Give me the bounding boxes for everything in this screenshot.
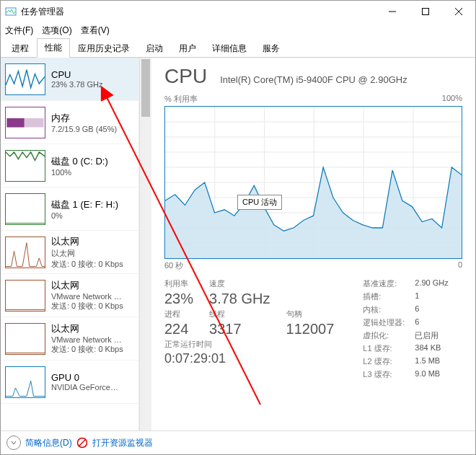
sidebar-item-7[interactable]: GPU 0 NVIDIA GeForce… <box>1 361 138 404</box>
sidebar-item-sub: 100% <box>51 168 108 177</box>
sidebar-thumb <box>5 63 45 95</box>
tab-performance[interactable]: 性能 <box>37 38 70 58</box>
sidebar-thumb <box>5 366 45 398</box>
sidebar-item-sub: NVIDIA GeForce… <box>51 383 118 392</box>
sidebar-item-sub2: 发送: 0 接收: 0 Kbps <box>51 344 123 355</box>
label-processes: 进程 <box>164 309 193 319</box>
sidebar-item-1[interactable]: 内存 7.2/15.9 GB (45%) <box>1 101 138 144</box>
main-panel: CPU Intel(R) Core(TM) i5-9400F CPU @ 2.9… <box>151 58 475 430</box>
sidebar-item-sub: VMware Network … <box>51 335 123 344</box>
cpu-model: Intel(R) Core(TM) i5-9400F CPU @ 2.90GHz <box>220 74 407 85</box>
label-virtualization: 虚拟化: <box>363 330 405 341</box>
sidebar-thumb <box>5 237 45 268</box>
sidebar-thumb <box>5 150 45 182</box>
menu-view[interactable]: 查看(V) <box>81 25 110 37</box>
label-threads: 线程 <box>209 309 270 319</box>
label-utilization: 利用率 <box>164 278 193 289</box>
page-title: CPU <box>164 65 207 88</box>
label-l2: L2 缓存: <box>363 356 405 367</box>
sidebar-item-sub: 以太网 <box>51 248 123 259</box>
stats-main: 利用率 速度 23% 3.78 GHz 进程 线程 句柄 224 3317 11… <box>164 278 334 380</box>
value-uptime: 0:07:29:01 <box>164 351 334 366</box>
svg-line-26 <box>79 440 85 446</box>
sidebar-item-4[interactable]: 以太网 以太网 发送: 0 接收: 0 Kbps <box>1 231 138 274</box>
title-bar: 任务管理器 <box>1 1 475 22</box>
sidebar-item-5[interactable]: 以太网 VMware Network … 发送: 0 接收: 0 Kbps <box>1 274 138 317</box>
close-button[interactable] <box>442 1 475 22</box>
collapse-icon[interactable] <box>6 436 21 450</box>
value-logical: 6 <box>415 317 448 328</box>
chart-xleft: 60 秒 <box>164 260 183 271</box>
chart-ylabel: % 利用率 <box>164 94 198 105</box>
svg-rect-6 <box>7 118 24 127</box>
sidebar-item-sub: 7.2/15.9 GB (45%) <box>51 125 117 133</box>
tab-app-history[interactable]: 应用历史记录 <box>70 39 138 58</box>
sidebar-item-sub2: 发送: 0 接收: 0 Kbps <box>51 301 123 312</box>
svg-rect-2 <box>423 9 429 15</box>
resource-monitor-link[interactable]: 打开资源监视器 <box>92 437 153 449</box>
value-handles: 112007 <box>286 321 335 337</box>
minimize-button[interactable] <box>376 1 409 22</box>
footer: 简略信息(D) 打开资源监视器 <box>1 430 475 454</box>
label-uptime: 正常运行时间 <box>164 339 334 350</box>
sidebar-item-title: GPU 0 <box>51 372 118 383</box>
sidebar-item-title: 内存 <box>51 112 117 125</box>
maximize-button[interactable] <box>409 1 442 22</box>
label-l1: L1 缓存: <box>363 343 405 354</box>
sidebar-item-title: CPU <box>51 69 103 80</box>
brief-info-link[interactable]: 简略信息(D) <box>25 437 72 449</box>
label-sockets: 插槽: <box>363 291 405 302</box>
sidebar-item-2[interactable]: 磁盘 0 (C: D:) 100% <box>1 144 138 187</box>
sidebar-item-0[interactable]: CPU 23% 3.78 GHz <box>1 58 138 101</box>
no-entry-icon <box>76 437 88 449</box>
value-base-speed: 2.90 GHz <box>415 278 448 289</box>
tab-details[interactable]: 详细信息 <box>204 39 255 58</box>
chart-tooltip: CPU 活动 <box>237 195 282 210</box>
sidebar: CPU 23% 3.78 GHz 内存 7.2/15.9 GB (45%) 磁盘… <box>1 58 139 430</box>
chart-svg <box>165 107 462 258</box>
sidebar-item-6[interactable]: 以太网 VMware Network … 发送: 0 接收: 0 Kbps <box>1 317 138 361</box>
window-title: 任务管理器 <box>21 6 64 18</box>
sidebar-item-title: 以太网 <box>51 235 123 248</box>
label-logical: 逻辑处理器: <box>363 317 405 328</box>
sidebar-thumb <box>5 107 45 138</box>
cpu-chart[interactable]: CPU 活动 <box>164 106 462 259</box>
value-sockets: 1 <box>415 291 448 302</box>
sidebar-thumb <box>5 323 45 355</box>
tab-services[interactable]: 服务 <box>255 39 288 58</box>
sidebar-item-sub2: 发送: 0 接收: 0 Kbps <box>51 259 123 270</box>
sidebar-item-title: 以太网 <box>51 279 123 292</box>
menu-file[interactable]: 文件(F) <box>5 25 33 37</box>
sidebar-item-title: 磁盘 1 (E: F: H:) <box>51 198 118 211</box>
value-utilization: 23% <box>164 291 193 307</box>
tab-processes[interactable]: 进程 <box>4 39 37 58</box>
sidebar-item-3[interactable]: 磁盘 1 (E: F: H:) 0% <box>1 187 138 231</box>
sidebar-item-title: 以太网 <box>51 322 123 335</box>
menu-options[interactable]: 选项(O) <box>42 25 71 37</box>
tab-startup[interactable]: 启动 <box>138 39 171 58</box>
sidebar-scrollbar[interactable] <box>139 58 151 430</box>
value-cores: 6 <box>415 304 448 315</box>
label-handles: 句柄 <box>286 309 335 319</box>
label-speed: 速度 <box>209 278 270 289</box>
sidebar-item-sub: 0% <box>51 211 118 220</box>
sidebar-thumb <box>5 280 45 312</box>
label-l3: L3 缓存: <box>363 369 405 380</box>
value-l1: 384 KB <box>415 343 448 354</box>
menu-bar: 文件(F) 选项(O) 查看(V) <box>1 22 475 38</box>
value-processes: 224 <box>164 321 193 337</box>
sidebar-item-sub: VMware Network … <box>51 292 123 301</box>
tab-users[interactable]: 用户 <box>171 39 204 58</box>
value-virtualization: 已启用 <box>415 330 448 341</box>
tab-bar: 进程 性能 应用历史记录 启动 用户 详细信息 服务 <box>1 38 475 58</box>
app-icon <box>5 6 17 17</box>
sidebar-item-sub: 23% 3.78 GHz <box>51 80 103 89</box>
stats-info: 基准速度:2.90 GHz 插槽:1 内核:6 逻辑处理器:6 虚拟化:已启用 … <box>363 278 449 380</box>
chart-xright: 0 <box>458 260 462 271</box>
sidebar-thumb <box>5 193 45 225</box>
chart-ymax: 100% <box>442 94 462 105</box>
value-speed: 3.78 GHz <box>209 291 270 307</box>
value-l2: 1.5 MB <box>415 356 448 367</box>
label-base-speed: 基准速度: <box>363 278 405 289</box>
label-cores: 内核: <box>363 304 405 315</box>
